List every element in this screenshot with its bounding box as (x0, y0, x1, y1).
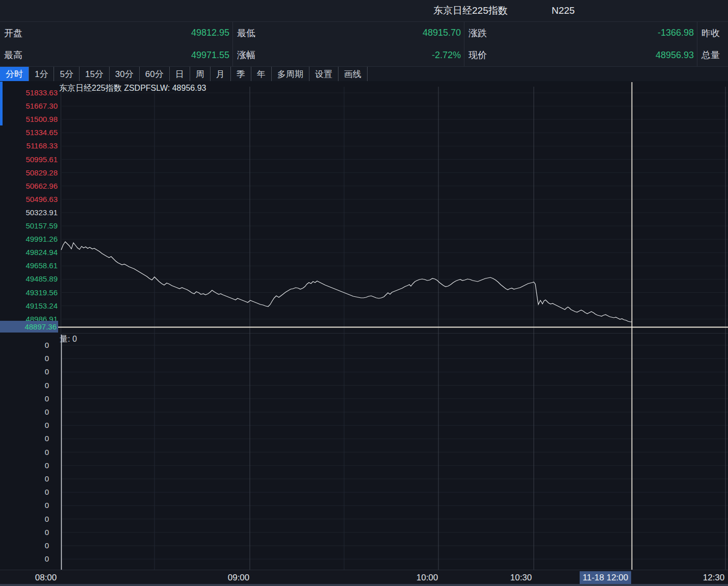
price-line (61, 242, 632, 322)
volume-axis-label: 0 (0, 354, 57, 363)
quote-field: 涨跌-1366.98 (464, 22, 697, 44)
time-axis-label: 10:30 (510, 573, 532, 583)
tab-1分[interactable]: 1分 (29, 67, 54, 81)
quote-field: 昨收 (697, 22, 728, 44)
price-axis-label: 49991.26 (2, 235, 58, 244)
crosshair-time-label: 11-18 12:00 (580, 571, 631, 584)
quote-column: 昨收总量 (697, 22, 728, 66)
quote-value: -1366.98 (658, 28, 694, 38)
quote-grid: 开盘49812.95最高49971.55最低48915.70涨幅-2.72%涨跌… (0, 22, 728, 67)
quote-value: 48915.70 (423, 28, 461, 38)
header-bar: 东京日经225指数 N225 (0, 0, 728, 22)
price-axis-label: 50662.96 (2, 182, 58, 191)
volume-axis-label: 0 (0, 421, 57, 430)
chart-region[interactable]: 东京日经225指数 ZSDPFSLW: 48956.93 51833.63516… (0, 81, 728, 586)
tab-周[interactable]: 周 (190, 67, 211, 81)
price-axis-label: 51667.30 (2, 101, 58, 111)
tab-5分[interactable]: 5分 (54, 67, 79, 81)
crosshair-price-label: 48897.36 (0, 321, 58, 333)
quote-column: 涨跌-1366.98现价48956.93 (464, 22, 697, 66)
price-axis-label: 51334.65 (2, 128, 58, 137)
period-tab-bar: 分时1分5分15分30分60分日周月季年多周期设置画线 (0, 67, 728, 81)
volume-axis-label: 0 (0, 434, 57, 443)
quote-label: 涨跌 (469, 27, 487, 39)
price-axis-label: 49319.56 (2, 288, 58, 297)
price-axis-label: 50323.91 (2, 208, 58, 217)
volume-axis-label: 0 (0, 541, 57, 550)
tab-季[interactable]: 季 (231, 67, 251, 81)
quote-value: 49971.55 (191, 50, 229, 61)
price-axis-label: 50829.28 (2, 168, 58, 177)
tab-月[interactable]: 月 (211, 67, 231, 81)
tab-多周期[interactable]: 多周期 (272, 67, 309, 81)
quote-label: 涨幅 (237, 49, 255, 61)
quote-field: 最低48915.70 (233, 22, 464, 44)
quote-field: 总量 (697, 44, 728, 67)
instrument-symbol: N225 (552, 0, 575, 21)
quote-label: 最低 (237, 27, 255, 39)
quote-field: 最高49971.55 (0, 44, 232, 67)
volume-axis-label: 0 (0, 394, 57, 403)
volume-axis-label: 0 (0, 501, 57, 510)
quote-field: 开盘49812.95 (0, 22, 232, 44)
time-axis-label: 09:00 (228, 573, 250, 583)
tab-年[interactable]: 年 (251, 67, 272, 81)
volume-axis-label: 0 (0, 448, 57, 457)
tab-设置[interactable]: 设置 (309, 67, 339, 81)
price-axis-label: 51168.33 (2, 141, 58, 150)
time-axis-label: 10:00 (417, 573, 438, 583)
tab-30分[interactable]: 30分 (110, 67, 140, 81)
price-axis-label: 49485.89 (2, 274, 58, 284)
legend-series-name: 东京日经225指数 (59, 84, 122, 92)
bottom-edge-strip (0, 584, 728, 586)
volume-axis-label: 0 (0, 554, 57, 564)
tab-日[interactable]: 日 (170, 67, 190, 81)
quote-value: -2.72% (432, 50, 461, 61)
volume-axis-label: 0 (0, 474, 57, 483)
volume-axis-label: 0 (0, 461, 57, 470)
quote-column: 最低48915.70涨幅-2.72% (233, 22, 464, 66)
tab-画线[interactable]: 画线 (339, 67, 368, 81)
price-axis-label: 51833.63 (2, 88, 58, 97)
quote-value: 49812.95 (191, 28, 229, 38)
legend-series-value: ZSDPFSLW: 48956.93 (124, 84, 206, 92)
price-axis-label: 49153.24 (2, 301, 58, 311)
stock-app-window: 东京日经225指数 N225 开盘49812.95最高49971.55最低489… (0, 0, 728, 586)
volume-axis-label: 0 (0, 381, 57, 390)
volume-axis-label: 0 (0, 341, 57, 350)
quote-field: 现价48956.93 (464, 44, 697, 67)
volume-axis-label: 0 (0, 407, 57, 417)
price-axis-label: 49658.61 (2, 261, 58, 270)
price-axis-label: 50496.63 (2, 195, 58, 204)
tab-60分[interactable]: 60分 (140, 67, 170, 81)
quote-label: 现价 (469, 49, 487, 61)
quote-field: 涨幅-2.72% (233, 44, 464, 67)
volume-axis-label: 0 (0, 515, 57, 524)
time-axis-label: 08:00 (35, 573, 57, 583)
quote-label: 昨收 (701, 27, 720, 39)
volume-axis-label: 0 (0, 488, 57, 497)
chart-legend: 东京日经225指数 ZSDPFSLW: 48956.93 (59, 83, 206, 94)
price-axis-label: 49824.94 (2, 248, 58, 257)
volume-axis-label: 0 (0, 528, 57, 537)
quote-column: 开盘49812.95最高49971.55 (0, 22, 233, 66)
quote-label: 总量 (701, 49, 720, 61)
price-axis-label: 50995.61 (2, 155, 58, 164)
price-axis-label: 50157.59 (2, 221, 58, 231)
quote-label: 最高 (4, 49, 22, 61)
volume-axis-label: 0 (0, 367, 57, 376)
chart-canvas[interactable] (0, 81, 728, 586)
quote-label: 开盘 (4, 27, 22, 39)
volume-legend: 量: 0 (60, 334, 77, 345)
time-axis-label: 12:30 (703, 573, 725, 583)
instrument-title: 东京日经225指数 (433, 0, 508, 21)
quote-value: 48956.93 (656, 50, 694, 61)
tab-15分[interactable]: 15分 (80, 67, 110, 81)
tab-分时[interactable]: 分时 (0, 67, 29, 81)
price-axis-label: 51500.98 (2, 115, 58, 124)
